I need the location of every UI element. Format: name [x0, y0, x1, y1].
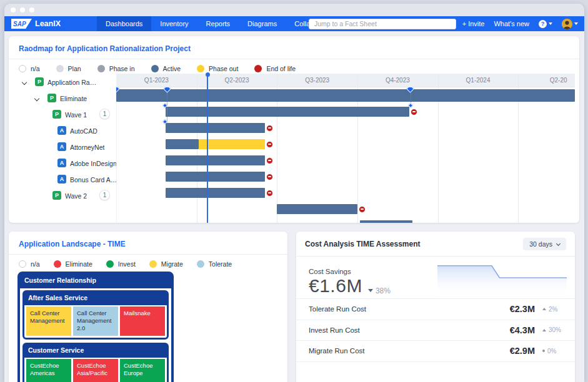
- cost-panel: Cost Analysis TIME Assessment 30 days Co…: [296, 232, 575, 382]
- end-of-life-icon: [266, 125, 273, 132]
- today-marker-line: [207, 74, 208, 223]
- cost-row-delta-value: 2%: [549, 306, 557, 313]
- gantt-bar-active[interactable]: [166, 107, 409, 117]
- window-dot[interactable]: [29, 7, 34, 12]
- metric-delta: 38%: [368, 286, 391, 295]
- legend-dot-icon: [197, 65, 204, 72]
- whats-new-button[interactable]: What's new: [494, 20, 529, 27]
- help-icon: ?: [539, 20, 547, 28]
- roadmap-title[interactable]: Raodmap for Application Rationalization …: [9, 36, 579, 59]
- tree-row-wave-2[interactable]: PWave 21: [9, 187, 116, 203]
- app-card-custechoe-europe[interactable]: CustEchoe Europe: [120, 359, 165, 382]
- gantt-row-eliminate: [116, 104, 575, 120]
- tree-row-label: AttorneyNet: [70, 144, 104, 151]
- application-badge-icon: A: [57, 126, 66, 135]
- tree-row-wave-1[interactable]: PWave 11: [9, 106, 116, 122]
- landscape-group-header[interactable]: Customer Relationship: [19, 273, 172, 288]
- gantt-bar-active[interactable]: [166, 139, 199, 149]
- nav-item-inventory[interactable]: Inventory: [151, 16, 197, 31]
- legend-item-n-a[interactable]: n/a: [19, 260, 40, 268]
- cost-row-delta-value: 0%: [547, 348, 556, 355]
- nav-item-diagrams[interactable]: Diagrams: [239, 16, 286, 31]
- app-card-call-center-management[interactable]: Call Center Management: [26, 306, 71, 336]
- milestone-connector: [167, 90, 167, 122]
- app-card-call-center-management-2-0[interactable]: Call Center Management 2.0: [73, 306, 118, 336]
- gantt-bar-active[interactable]: [116, 89, 575, 102]
- app-card-custechoe-asia-pacific[interactable]: CustEchoe Asia/Pacific: [73, 359, 118, 382]
- legend-label: Active: [163, 65, 181, 72]
- legend-label: Eliminate: [66, 260, 92, 268]
- legend-label: n/a: [31, 260, 40, 268]
- legend-item-tolerate[interactable]: Tolerate: [197, 260, 232, 268]
- legend-item-n-a[interactable]: n/a: [19, 65, 40, 72]
- legend-item-plan[interactable]: Plan: [56, 65, 81, 72]
- cost-row-delta: 30%: [542, 326, 567, 333]
- quarter-gridline: [197, 74, 197, 87]
- gantt-bar-active[interactable]: [277, 204, 357, 214]
- minus-glyph: [361, 208, 364, 210]
- legend-label: n/a: [31, 65, 40, 72]
- tree-row-eliminate[interactable]: PEliminate: [9, 90, 116, 106]
- brand-logo[interactable]: SAP LeanIX: [11, 19, 61, 29]
- landscape-title[interactable]: Application Landscape - TIME: [9, 232, 287, 254]
- nav-right-cluster: + Invite What's new ?: [462, 16, 578, 31]
- gantt-bar-active[interactable]: [166, 172, 265, 182]
- legend-item-eliminate[interactable]: Eliminate: [54, 260, 92, 268]
- user-menu[interactable]: [562, 19, 578, 29]
- legend-item-migrate[interactable]: Migrate: [149, 260, 183, 268]
- quarter-label: Q3-2023: [305, 77, 329, 84]
- landscape-section-header[interactable]: After Sales Service: [24, 291, 167, 305]
- window-chrome: [4, 4, 584, 16]
- invite-button[interactable]: + Invite: [462, 20, 485, 27]
- app-card-custechoe-americas[interactable]: CustEchoe Americas: [26, 359, 71, 382]
- app-card-mailsnake[interactable]: Mailsnake: [120, 306, 165, 336]
- legend-item-phase-in[interactable]: Phase in: [97, 65, 135, 72]
- help-menu[interactable]: ?: [539, 20, 552, 28]
- chevron-down-icon[interactable]: [22, 80, 27, 85]
- legend-item-invest[interactable]: Invest: [106, 260, 136, 268]
- triangle-up-icon: [542, 329, 546, 331]
- gantt-plot: Q1-2023Q2-2023Q3-2023Q4-2023Q1-2024Q2-20: [116, 74, 575, 223]
- end-of-life-icon: [266, 157, 273, 164]
- landscape-section-header[interactable]: Customer Service: [24, 344, 167, 358]
- chevron-down-icon: [556, 241, 561, 245]
- gantt-bar-active[interactable]: [360, 220, 412, 223]
- gantt-bar-phase-out[interactable]: [199, 139, 265, 149]
- range-dropdown[interactable]: 30 days: [523, 238, 566, 250]
- nav-item-dashboards[interactable]: Dashboards: [97, 16, 151, 31]
- search-input[interactable]: [309, 19, 456, 29]
- minus-glyph: [268, 176, 271, 177]
- tree-row-label: Wave 1: [65, 111, 87, 119]
- order-badge[interactable]: 1: [99, 109, 110, 119]
- legend-item-active[interactable]: Active: [151, 65, 181, 72]
- gantt-bar-active[interactable]: [166, 123, 265, 133]
- chevron-down-icon: [574, 22, 578, 25]
- window-dot[interactable]: [11, 7, 16, 12]
- tree-row-bonus-card-am[interactable]: ABonus Card Am…: [9, 171, 116, 187]
- chevron-down-icon[interactable]: [34, 96, 39, 101]
- triangle-down-icon: [368, 289, 373, 292]
- tree-row-application-rationaliza[interactable]: PApplication Rationaliza…: [9, 74, 116, 90]
- gantt-bar-active[interactable]: [166, 155, 265, 165]
- legend-item-phase-out[interactable]: Phase out: [197, 65, 238, 72]
- tree-row-adobe-indesign[interactable]: AAdobe InDesign: [9, 155, 116, 171]
- tree-row-autocad[interactable]: AAutoCAD: [9, 122, 116, 139]
- legend-item-end-of-life[interactable]: End of life: [254, 65, 296, 72]
- tree-row-label: Application Rationaliza…: [47, 79, 97, 86]
- cost-row-delta: 0%: [542, 348, 567, 355]
- gantt-bar-active[interactable]: [166, 188, 265, 198]
- timeline-header: Q1-2023Q2-2023Q3-2023Q4-2023Q1-2024Q2-20: [116, 74, 575, 87]
- avatar: [562, 19, 572, 29]
- tree-row-label: Bonus Card Am…: [70, 176, 120, 184]
- legend-label: Plan: [68, 65, 81, 72]
- end-of-life-icon: [266, 141, 273, 148]
- legend-dot-icon: [97, 65, 105, 72]
- window-dot[interactable]: [20, 7, 25, 12]
- tree-row-attorneynet[interactable]: AAttorneyNet: [9, 139, 116, 155]
- landscape-group-content: After Sales ServiceCall Center Managemen…: [20, 288, 171, 382]
- sap-logo-icon: SAP: [11, 19, 32, 29]
- order-badge[interactable]: 1: [99, 190, 110, 200]
- gantt-row-wave-1: [116, 120, 575, 136]
- nav-item-reports[interactable]: Reports: [197, 16, 239, 31]
- cost-row-value: €2.9M: [510, 346, 535, 356]
